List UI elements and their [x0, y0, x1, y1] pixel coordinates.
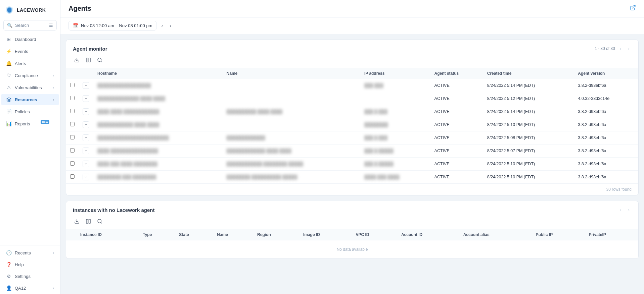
sidebar-item-resources[interactable]: Resources › — [1, 94, 59, 105]
row-expand[interactable] — [79, 144, 93, 158]
date-next-button[interactable]: › — [168, 22, 173, 30]
pagination-label: 1 - 30 of 30 — [595, 46, 615, 51]
th-checkbox — [66, 229, 76, 240]
row-expand[interactable] — [79, 131, 93, 144]
svg-rect-4 — [89, 58, 90, 62]
bell-icon: 🔔 — [6, 61, 11, 66]
alert-triangle-icon: ⚠ — [6, 85, 11, 90]
bar-chart-icon: 📊 — [6, 121, 11, 126]
instances-prev-button[interactable]: ‹ — [618, 207, 624, 213]
cell-created: 8/24/2022 5:10 PM (EDT) — [483, 158, 574, 171]
sidebar-item-settings[interactable]: ⚙ Settings — [1, 271, 59, 282]
sidebar-item-policies[interactable]: 📄 Policies — [1, 106, 59, 117]
table-row: No data available — [66, 240, 638, 259]
expand-row-button[interactable] — [83, 134, 89, 141]
row-select-checkbox[interactable] — [70, 122, 75, 126]
expand-row-button[interactable] — [83, 174, 89, 180]
cell-ip: ███ █ █████ — [360, 158, 430, 171]
file-text-icon: 📄 — [6, 109, 11, 114]
row-select-checkbox[interactable] — [70, 109, 75, 113]
th-ip: IP address — [360, 68, 430, 79]
cell-name — [223, 92, 360, 105]
row-checkbox[interactable] — [66, 79, 79, 92]
expand-row-button[interactable] — [83, 121, 89, 128]
download-button[interactable] — [73, 56, 81, 65]
columns-button[interactable] — [84, 56, 92, 65]
svg-line-6 — [101, 61, 102, 62]
lacework-logo-icon — [5, 5, 14, 15]
expand-row-button[interactable] — [83, 161, 89, 167]
cell-version: 3.8.2-d93ebf6a — [574, 144, 638, 158]
row-checkbox[interactable] — [66, 171, 79, 184]
row-checkbox[interactable] — [66, 105, 79, 118]
sidebar-item-recents[interactable]: 🕐 Recents › — [1, 247, 59, 258]
row-expand[interactable] — [79, 118, 93, 131]
sidebar-item-dashboard[interactable]: ⊞ Dashboard — [1, 34, 59, 45]
row-select-checkbox[interactable] — [70, 96, 75, 100]
instances-download-button[interactable] — [73, 217, 81, 226]
cell-ip — [360, 92, 430, 105]
search-table-button[interactable] — [96, 56, 104, 65]
sidebar-item-label: Help — [15, 262, 54, 267]
row-select-checkbox[interactable] — [70, 83, 75, 87]
row-expand[interactable] — [79, 158, 93, 171]
cell-name — [223, 118, 360, 131]
sidebar-item-compliance[interactable]: 🛡 Compliance › — [1, 70, 59, 81]
th-account-alias: Account alias — [459, 229, 532, 240]
no-data-message: No data available — [66, 240, 638, 259]
instances-columns-button[interactable] — [84, 217, 92, 226]
cell-created: 8/24/2022 5:08 PM (EDT) — [483, 131, 574, 144]
row-checkbox[interactable] — [66, 144, 79, 158]
cell-hostname: ██████████████ ████ ████ — [93, 92, 223, 105]
sidebar-item-alerts[interactable]: 🔔 Alerts — [1, 58, 59, 69]
expand-row-button[interactable] — [83, 148, 89, 154]
next-page-button[interactable]: › — [626, 45, 632, 52]
date-prev-button[interactable]: ‹ — [159, 22, 165, 30]
cell-hostname: ████ ███ ████ ████████ — [93, 158, 223, 171]
instances-pagination: ‹ › — [618, 207, 632, 213]
row-expand[interactable] — [79, 105, 93, 118]
row-expand[interactable] — [79, 171, 93, 184]
expand-row-button[interactable] — [83, 82, 89, 89]
th-state: State — [175, 229, 213, 240]
row-checkbox[interactable] — [66, 158, 79, 171]
search-bar[interactable]: 🔍 Search ☰ — [3, 20, 57, 31]
instances-table: Instance ID Type State Name Region Image… — [66, 229, 638, 258]
date-range-selector[interactable]: 📅 Nov 08 12:00 am – Nov 08 01:00 pm — [68, 21, 156, 31]
row-select-checkbox[interactable] — [70, 148, 75, 153]
cell-name — [223, 79, 360, 92]
row-expand[interactable] — [79, 79, 93, 92]
table-row: ████████████ ████ ████ ████████ ACTIVE 8… — [66, 118, 638, 131]
instances-search-button[interactable] — [96, 217, 104, 226]
row-checkbox[interactable] — [66, 118, 79, 131]
table-row: ████████████████████████ █████████████ █… — [66, 131, 638, 144]
cell-name: █████████████ ████ ████ — [223, 144, 360, 158]
row-select-checkbox[interactable] — [70, 135, 75, 139]
sidebar-item-events[interactable]: ⚡ Events — [1, 46, 59, 57]
th-account-id: Account ID — [397, 229, 459, 240]
row-select-checkbox[interactable] — [70, 161, 75, 166]
row-checkbox[interactable] — [66, 92, 79, 105]
sidebar-item-reports[interactable]: 📊 Reports new — [1, 118, 59, 129]
sidebar-item-help[interactable]: ❓ Help — [1, 259, 59, 270]
instances-next-button[interactable]: › — [626, 207, 632, 213]
prev-page-button[interactable]: ‹ — [618, 45, 624, 52]
table-row: ██████████████████ ███ ███ ACTIVE 8/24/2… — [66, 79, 638, 92]
external-link-icon[interactable] — [630, 5, 636, 12]
expand-row-button[interactable] — [83, 108, 89, 115]
menu-icon[interactable]: ☰ — [49, 23, 53, 28]
sidebar-item-vulnerabilities[interactable]: ⚠ Vulnerabilities › — [1, 82, 59, 93]
row-expand[interactable] — [79, 92, 93, 105]
cell-hostname: ████████████████████████ — [93, 131, 223, 144]
expand-row-button[interactable] — [83, 95, 89, 102]
th-name: Name — [213, 229, 253, 240]
settings-icon: ⚙ — [6, 274, 11, 279]
th-public-ip: Public IP — [532, 229, 585, 240]
table-header-row: Hostname Name IP address Agent status Cr… — [66, 68, 638, 79]
sidebar-item-qa12[interactable]: 👤 QA12 › — [1, 282, 59, 294]
row-checkbox[interactable] — [66, 131, 79, 144]
instances-panel: Instances with no Lacework agent ‹ › — [66, 201, 639, 259]
row-select-checkbox[interactable] — [70, 174, 75, 179]
cell-status: ACTIVE — [430, 105, 483, 118]
th-checkbox — [66, 68, 79, 79]
